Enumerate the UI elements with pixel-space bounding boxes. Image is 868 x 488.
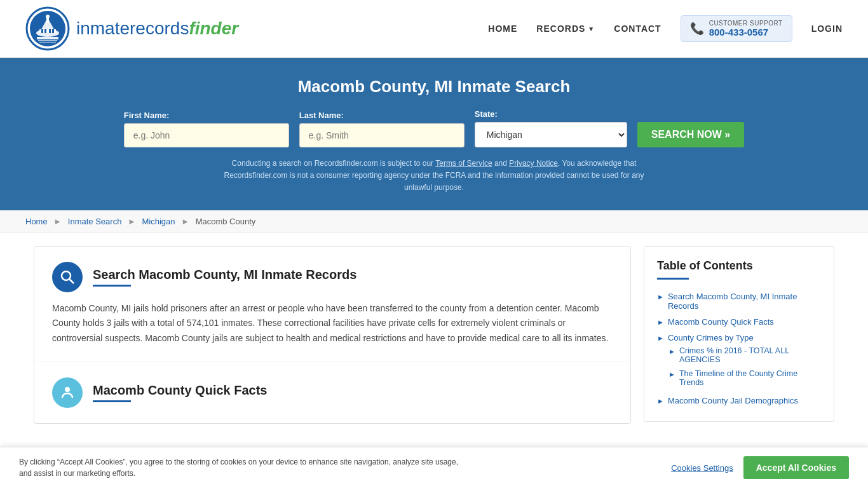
toc-sub-link-3-1[interactable]: ► Crimes % in 2016 - TOTAL ALL AGENCIES [668, 346, 821, 364]
toc-chevron-4: ► [657, 397, 664, 405]
svg-point-16 [65, 387, 70, 392]
breadcrumb-home[interactable]: Home [25, 217, 48, 226]
section-title-block: Search Macomb County, MI Inmate Records [93, 268, 356, 287]
breadcrumb-inmate-search[interactable]: Inmate Search [68, 217, 122, 226]
first-name-group: First Name: [124, 111, 289, 147]
first-name-label: First Name: [124, 111, 289, 120]
last-name-label: Last Name: [299, 111, 465, 120]
toc-sub-link-3-2[interactable]: ► The Timeline of the County Crime Trend… [668, 369, 821, 387]
support-info: CUSTOMER SUPPORT 800-433-0567 [709, 20, 783, 37]
toc-divider [657, 278, 689, 280]
first-name-input[interactable] [124, 123, 289, 147]
svg-rect-5 [46, 18, 49, 23]
toc-item-1: ► Search Macomb County, MI Inmate Record… [657, 288, 821, 314]
section-body: Macomb County, MI jails hold prisoners a… [52, 301, 613, 346]
toc-list: ► Search Macomb County, MI Inmate Record… [657, 288, 821, 409]
quick-facts-title: Macomb County Quick Facts [93, 383, 268, 398]
breadcrumb-sep-3: ► [181, 217, 189, 226]
svg-rect-13 [39, 42, 56, 43]
logo-icon [25, 6, 70, 51]
quick-facts-header: Macomb County Quick Facts [52, 377, 613, 408]
svg-point-14 [62, 271, 71, 280]
nav-records[interactable]: RECORDS ▼ [536, 24, 595, 34]
disclaimer-text: Conducting a search on Recordsfinder.com… [218, 158, 650, 194]
toc-sub-label-3-2: The Timeline of the County Crime Trends [679, 369, 821, 387]
quick-facts-title-block: Macomb County Quick Facts [93, 383, 268, 402]
breadcrumb-current: Macomb County [196, 217, 256, 226]
section-title: Search Macomb County, MI Inmate Records [93, 268, 356, 282]
svg-point-6 [46, 15, 50, 18]
logo-area: inmaterecordsfinder [25, 6, 238, 51]
toc-label-4: Macomb County Jail Demographics [668, 396, 798, 405]
toc-chevron-3: ► [657, 334, 664, 342]
customer-support-box[interactable]: 📞 CUSTOMER SUPPORT 800-433-0567 [681, 15, 792, 42]
toc-item-3: ► County Crimes by Type ► Crimes % in 20… [657, 330, 821, 393]
svg-rect-11 [37, 37, 58, 39]
last-name-input[interactable] [299, 123, 465, 147]
svg-rect-12 [38, 40, 57, 41]
breadcrumb-sep-1: ► [53, 217, 62, 226]
quick-facts-section: Macomb County Quick Facts [34, 362, 630, 423]
terms-link[interactable]: Terms of Service [435, 159, 492, 168]
breadcrumb: Home ► Inmate Search ► Michigan ► Macomb… [0, 210, 868, 233]
section-header: Search Macomb County, MI Inmate Records [52, 262, 613, 292]
toc-label-2: Macomb County Quick Facts [668, 317, 774, 327]
toc-sub-chevron-3-1: ► [668, 348, 675, 355]
site-header: inmaterecordsfinder HOME RECORDS ▼ CONTA… [0, 0, 868, 58]
breadcrumb-sep-2: ► [128, 217, 136, 226]
toc-link-2[interactable]: ► Macomb County Quick Facts [657, 317, 821, 327]
toc-sub-chevron-3-2: ► [668, 370, 675, 378]
search-button[interactable]: SEARCH NOW » [637, 122, 744, 147]
svg-rect-10 [52, 29, 54, 33]
chevron-down-icon: ▼ [588, 25, 595, 32]
table-of-contents: Table of Contents ► Search Macomb County… [644, 246, 834, 422]
main-nav: HOME RECORDS ▼ CONTACT 📞 CUSTOMER SUPPOR… [488, 15, 843, 42]
toc-chevron-1: ► [657, 293, 664, 301]
toc-item-4: ► Macomb County Jail Demographics [657, 393, 821, 409]
svg-line-15 [69, 279, 74, 283]
toc-sub-label-3-1: Crimes % in 2016 - TOTAL ALL AGENCIES [679, 346, 821, 364]
toc-link-4[interactable]: ► Macomb County Jail Demographics [657, 396, 821, 405]
svg-rect-9 [49, 29, 51, 33]
last-name-group: Last Name: [299, 111, 465, 147]
toc-sub-item-3-1: ► Crimes % in 2016 - TOTAL ALL AGENCIES [668, 344, 821, 367]
state-label: State: [475, 109, 627, 119]
search-form: First Name: Last Name: State: Michigan A… [25, 109, 843, 147]
state-group: State: Michigan Alabama Alaska Californi… [475, 109, 627, 147]
search-icon [52, 262, 83, 292]
quick-facts-title-underline [93, 400, 131, 402]
toc-label-1: Search Macomb County, MI Inmate Records [668, 292, 821, 311]
toc-title: Table of Contents [657, 259, 821, 273]
quick-facts-icon [52, 377, 83, 408]
nav-login[interactable]: LOGIN [811, 24, 843, 34]
section-title-underline [93, 285, 131, 287]
search-hero: Macomb County, MI Inmate Search First Na… [0, 58, 868, 210]
toc-sub-3: ► Crimes % in 2016 - TOTAL ALL AGENCIES … [657, 344, 821, 390]
toc-item-2: ► Macomb County Quick Facts [657, 314, 821, 330]
phone-icon: 📞 [690, 22, 704, 36]
breadcrumb-michigan[interactable]: Michigan [142, 217, 175, 226]
toc-label-3: County Crimes by Type [668, 333, 754, 342]
content-left: Search Macomb County, MI Inmate Records … [34, 246, 631, 424]
toc-link-3[interactable]: ► County Crimes by Type [657, 333, 821, 342]
search-section: Search Macomb County, MI Inmate Records … [34, 247, 630, 362]
toc-link-1[interactable]: ► Search Macomb County, MI Inmate Record… [657, 292, 821, 311]
nav-contact[interactable]: CONTACT [614, 24, 661, 34]
page-title: Macomb County, MI Inmate Search [25, 77, 843, 97]
svg-rect-8 [44, 29, 46, 33]
svg-rect-7 [41, 29, 43, 33]
main-content: Search Macomb County, MI Inmate Records … [21, 246, 847, 424]
logo-text: inmaterecordsfinder [76, 18, 238, 39]
privacy-link[interactable]: Privacy Notice [509, 159, 558, 168]
state-select[interactable]: Michigan Alabama Alaska California Flori… [475, 122, 627, 147]
nav-home[interactable]: HOME [488, 24, 517, 34]
toc-sub-item-3-2: ► The Timeline of the County Crime Trend… [668, 367, 821, 390]
toc-chevron-2: ► [657, 318, 664, 326]
